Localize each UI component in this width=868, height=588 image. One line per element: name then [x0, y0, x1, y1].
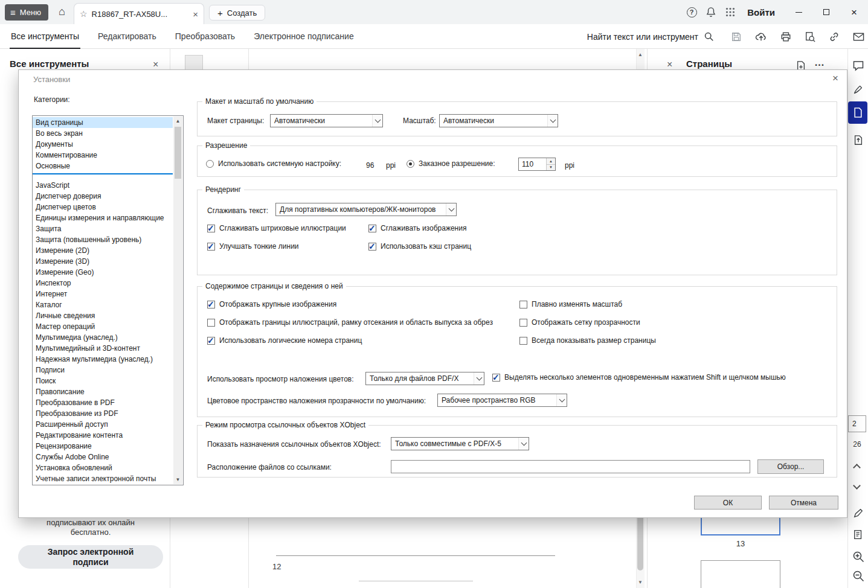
category-item[interactable]: Мастер операций [33, 321, 173, 332]
print-icon[interactable] [780, 31, 791, 42]
zoom-in-icon[interactable] [850, 548, 867, 565]
notifications-bell-icon[interactable] [701, 7, 721, 18]
page-layout-select[interactable]: Автоматически [270, 114, 383, 127]
scrollbar-up-arrow-icon[interactable]: ▲ [173, 118, 182, 124]
category-item[interactable]: Мультимедийный и 3D-контент [33, 343, 173, 354]
scrollbar-down-arrow-icon[interactable]: ▼ [638, 580, 643, 585]
category-item[interactable]: Учетные записи электронной почты [33, 473, 173, 484]
checkbox-always-show-page-size[interactable]: Всегда показывать размер страницы [519, 336, 656, 345]
checkbox-shift-multiselect[interactable]: Выделять несколько элементов одновременн… [492, 373, 786, 382]
active-tool-tile[interactable] [848, 101, 867, 124]
category-item[interactable]: Защита [33, 223, 173, 234]
checkbox-show-large-images[interactable]: Отображать крупные изображения [207, 300, 336, 308]
smooth-text-select[interactable]: Для портативных компьютеров/ЖК-мониторов [275, 203, 457, 216]
pages-panel-overflow-icon[interactable]: … [814, 57, 825, 69]
checkbox-smooth-zoom[interactable]: Плавно изменять масштаб [519, 300, 622, 308]
home-icon[interactable]: ⌂ [59, 6, 65, 17]
sign-in-button[interactable]: Войти [747, 7, 775, 18]
page-number-input[interactable]: 2 [848, 415, 866, 432]
category-item[interactable]: Комментирование [33, 150, 173, 161]
ok-button[interactable]: ОК [694, 496, 762, 510]
radio-custom-resolution[interactable]: Заказное разрешение: [407, 159, 495, 168]
custom-resolution-stepper[interactable]: 110 ▲▼ [518, 158, 556, 171]
tab-edit[interactable]: Редактировать [97, 24, 158, 49]
category-item[interactable]: Службы Adobe Online [33, 452, 173, 462]
comment-icon[interactable] [850, 57, 867, 74]
window-maximize-button[interactable] [812, 0, 840, 24]
scrollbar-thumb[interactable] [175, 127, 181, 179]
request-esign-button[interactable]: Запрос электронной подписи [18, 545, 163, 569]
stepper-down-icon[interactable]: ▼ [547, 165, 555, 171]
category-item[interactable]: Инспектор [33, 278, 173, 289]
category-item[interactable]: Установка обновлений [33, 462, 173, 473]
document-edit-icon[interactable] [850, 526, 867, 543]
category-item[interactable]: Измерение (2D) [33, 245, 173, 256]
scrollbar-up-arrow-icon[interactable]: ▲ [638, 52, 643, 57]
category-item[interactable]: Защита (повышенный уровень) [33, 234, 173, 245]
browse-button[interactable]: Обзор... [757, 459, 824, 474]
window-close-button[interactable]: × [840, 0, 868, 24]
category-item[interactable]: Расширенный доступ [33, 419, 173, 430]
left-panel-close-icon[interactable]: × [153, 60, 158, 69]
category-item[interactable]: Подписи [33, 365, 173, 375]
find-tool-control[interactable]: Найти текст или инструмент [587, 31, 714, 42]
category-item[interactable]: Личные сведения [33, 310, 173, 321]
zoom-select[interactable]: Автоматически [439, 114, 558, 127]
checkbox-show-transparency-grid[interactable]: Отображать сетку прозрачности [519, 318, 640, 327]
category-item[interactable]: Во весь экран [33, 128, 173, 139]
link-icon[interactable] [829, 31, 840, 42]
category-list-scrollbar[interactable]: ▲ ▼ [173, 117, 182, 484]
category-item[interactable]: Единицы измерения и направляющие [33, 213, 173, 223]
pen-icon[interactable] [850, 505, 867, 522]
help-icon[interactable]: ? [682, 7, 701, 18]
radio-system-resolution[interactable]: Использовать системную настройку: [206, 159, 341, 168]
star-icon[interactable]: ☆ [80, 9, 88, 19]
tab-all-tools[interactable]: Все инструменты [10, 24, 80, 49]
category-item[interactable]: Измерение (Geo) [33, 267, 173, 278]
create-button[interactable]: + Создать [209, 5, 265, 21]
search-document-icon[interactable] [805, 31, 815, 42]
checkbox-smooth-images[interactable]: Сглаживать изображения [368, 224, 466, 232]
apps-grid-icon[interactable] [721, 7, 740, 17]
checkbox-smooth-line-art[interactable]: Сглаживать штриховые иллюстрации [207, 224, 346, 232]
category-item[interactable]: Диспетчер доверия [33, 191, 173, 202]
document-tab[interactable]: ☆ R18867_RT-AX58U... × [74, 3, 204, 24]
category-item[interactable]: Редактирование контента [33, 430, 173, 441]
category-item[interactable]: Вид страницы [33, 117, 173, 128]
checkbox-show-art-trim-bleed[interactable]: Отображать границы иллюстраций, рамку от… [207, 318, 493, 327]
scrollbar-down-arrow-icon[interactable]: ▼ [173, 477, 182, 482]
email-icon[interactable] [853, 32, 864, 42]
save-icon[interactable] [731, 31, 742, 42]
category-item[interactable]: Преобразование из PDF [33, 408, 173, 419]
overprint-select[interactable]: Только для файлов PDF/X [365, 372, 484, 385]
pages-panel-close-icon[interactable]: × [667, 60, 672, 69]
cancel-button[interactable]: Отмена [769, 496, 838, 510]
category-item[interactable]: Диспетчер цветов [33, 202, 173, 213]
checkbox-use-page-cache[interactable]: Использовать кэш страниц [368, 242, 471, 251]
share-upload-icon[interactable] [755, 31, 767, 42]
tab-close-icon[interactable]: × [193, 10, 198, 19]
category-item[interactable]: Рецензирование [33, 441, 173, 452]
category-item[interactable]: Поиск [33, 375, 173, 386]
zoom-out-icon[interactable] [850, 567, 867, 584]
category-item[interactable]: Надежная мультимедиа (унаслед.) [33, 354, 173, 365]
category-item[interactable]: Измерение (3D) [33, 256, 173, 267]
page-thumbnail-next[interactable] [701, 560, 780, 588]
category-item[interactable]: Документы [33, 139, 173, 150]
category-item[interactable]: Правописание [33, 386, 173, 397]
dialog-close-icon[interactable]: × [832, 73, 838, 83]
checkbox-logical-page-numbers[interactable]: Использовать логические номера страниц [207, 336, 362, 345]
category-item[interactable]: JavaScript [33, 180, 173, 191]
stepper-up-icon[interactable]: ▲ [547, 158, 555, 165]
window-minimize-button[interactable] [785, 0, 812, 24]
tab-convert[interactable]: Преобразовать [174, 24, 236, 49]
category-item[interactable]: Интернет [33, 289, 173, 299]
xobject-location-input[interactable] [391, 460, 750, 473]
category-item[interactable]: Мультимедиа (унаслед.) [33, 332, 173, 343]
category-item[interactable]: Преобразование в PDF [33, 397, 173, 408]
category-list[interactable]: ▲ ▼ Вид страницыВо весь экранДокументыКо… [32, 115, 184, 485]
tab-esign[interactable]: Электронное подписание [252, 24, 355, 49]
export-pdf-icon[interactable] [850, 132, 867, 149]
transparency-blend-select[interactable]: Рабочее пространство RGB [437, 394, 567, 407]
xobject-show-select[interactable]: Только совместимые с PDF/X-5 [391, 437, 529, 450]
